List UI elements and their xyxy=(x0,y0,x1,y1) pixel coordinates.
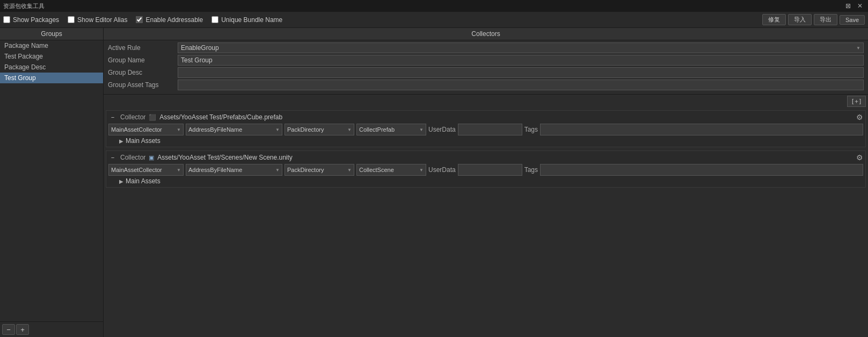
collector-2-main-assets-row: ▶ Main Assets xyxy=(108,177,863,185)
close-button[interactable]: ✕ xyxy=(855,2,865,10)
collector-2-userdata-label: UserData xyxy=(428,166,456,174)
collector-1-userdata-label: UserData xyxy=(428,126,456,133)
group-asset-tags-row: Group Asset Tags xyxy=(108,80,864,90)
collector-2-settings-button[interactable]: ⚙ xyxy=(856,153,863,162)
export-button[interactable]: 导出 xyxy=(814,14,837,25)
collector-2-header: − Collector ▣ Assets/YooAsset Test/Scene… xyxy=(108,153,863,162)
import-button[interactable]: 导入 xyxy=(788,14,812,25)
collectors-header: Collectors xyxy=(104,28,868,40)
collector-1-tags-input[interactable] xyxy=(540,124,863,135)
add-collector-row: [＋] xyxy=(104,95,868,108)
app-title: 资源包收集工具 xyxy=(3,2,45,10)
show-packages-label: Show Packages xyxy=(13,16,59,24)
collector-2-address-select[interactable]: AddressByFileName xyxy=(186,164,282,176)
active-rule-label: Active Rule xyxy=(108,44,178,52)
collector-block-2: − Collector ▣ Assets/YooAsset Test/Scene… xyxy=(106,150,866,188)
group-desc-input[interactable] xyxy=(178,67,864,78)
prefab-icon-1: ⬛ xyxy=(149,114,156,121)
expand-arrow-1: ▶ xyxy=(119,138,123,144)
collector-2-options-row: MainAssetCollector AddressByFileName Pac… xyxy=(108,164,863,176)
groups-footer: − + xyxy=(0,321,103,337)
collector-1-label: Collector xyxy=(120,113,145,121)
group-asset-tags-label: Group Asset Tags xyxy=(108,81,178,89)
group-name-input[interactable] xyxy=(178,55,864,66)
enable-addressable-row: Enable Addressable xyxy=(136,16,203,24)
fix-button[interactable]: 修复 xyxy=(762,14,786,25)
collector-2-label: Collector xyxy=(120,154,145,161)
show-editor-alias-label: Show Editor Alias xyxy=(77,16,127,24)
group-asset-tags-input[interactable] xyxy=(178,80,864,90)
resize-button[interactable]: ⊠ xyxy=(843,2,853,10)
tree-item-test-group[interactable]: Test Group xyxy=(0,73,103,83)
remove-group-button[interactable]: − xyxy=(2,324,15,335)
main-layout: Groups Package Name Test Package Package… xyxy=(0,28,868,337)
title-bar-controls: ⊠ ✕ xyxy=(843,2,865,10)
unique-bundle-name-label: Unique Bundle Name xyxy=(221,16,282,24)
show-packages-checkbox[interactable] xyxy=(3,16,10,23)
active-rule-dropdown[interactable]: EnableGroup xyxy=(178,42,864,53)
collector-1-type-select[interactable]: MainAssetCollector xyxy=(108,124,184,135)
collector-1-pack-select[interactable]: PackDirectory xyxy=(285,124,354,135)
collector-2-pack-value: PackDirectory xyxy=(287,167,324,173)
unique-bundle-name-checkbox[interactable] xyxy=(211,16,218,23)
collector-1-address-select[interactable]: AddressByFileName xyxy=(186,124,282,135)
group-name-label: Group Name xyxy=(108,56,178,64)
toolbar-right: 修复 导入 导出 Save xyxy=(762,14,865,25)
collector-2-collect-value: CollectScene xyxy=(359,167,394,173)
add-collector-button[interactable]: [＋] xyxy=(847,96,866,107)
groups-panel: Groups Package Name Test Package Package… xyxy=(0,28,104,337)
collector-2-address-value: AddressByFileName xyxy=(188,167,242,173)
collector-1-type-value: MainAssetCollector xyxy=(111,126,162,133)
tree-item-package-desc[interactable]: Package Desc xyxy=(0,62,103,73)
collector-1-header: − Collector ⬛ Assets/YooAsset Test/Prefa… xyxy=(108,113,863,121)
collector-1-collect-select[interactable]: CollectPrefab xyxy=(356,124,426,135)
show-packages-row: Show Packages xyxy=(3,16,59,24)
collector-2-tags-input[interactable] xyxy=(540,164,863,176)
show-editor-alias-row: Show Editor Alias xyxy=(68,16,127,24)
collector-1-settings-button[interactable]: ⚙ xyxy=(856,113,863,121)
collector-block-1: − Collector ⬛ Assets/YooAsset Test/Prefa… xyxy=(106,110,866,147)
show-editor-alias-checkbox[interactable] xyxy=(68,16,75,23)
collector-2-path: Assets/YooAsset Test/Scenes/New Scene.un… xyxy=(157,154,853,161)
tree-item-package-name[interactable]: Package Name xyxy=(0,40,103,51)
collector-1-address-value: AddressByFileName xyxy=(188,126,242,133)
collector-1-main-assets-row: ▶ Main Assets xyxy=(108,137,863,145)
collector-1-path: Assets/YooAsset Test/Prefabs/Cube.prefab xyxy=(159,113,853,121)
collector-2-userdata-input[interactable] xyxy=(458,164,522,176)
collector-2-collect-select[interactable]: CollectScene xyxy=(356,164,426,176)
collector-1-collect-value: CollectPrefab xyxy=(359,126,395,133)
tree-item-test-package[interactable]: Test Package xyxy=(0,51,103,62)
group-info: Active Rule EnableGroup Group Name Group… xyxy=(104,40,868,95)
active-rule-value: EnableGroup xyxy=(181,44,219,52)
collectors-panel: Collectors Active Rule EnableGroup Group… xyxy=(104,28,868,337)
collector-1-pack-value: PackDirectory xyxy=(287,126,324,133)
expand-arrow-2: ▶ xyxy=(119,178,123,184)
enable-addressable-label: Enable Addressable xyxy=(145,16,203,24)
enable-addressable-checkbox[interactable] xyxy=(136,16,143,23)
save-button[interactable]: Save xyxy=(840,15,865,25)
collector-2-type-value: MainAssetCollector xyxy=(111,167,162,173)
group-name-row: Group Name xyxy=(108,55,864,66)
collector-1-tags-label: Tags xyxy=(524,126,538,133)
collector-2-pack-select[interactable]: PackDirectory xyxy=(285,164,354,176)
add-group-button[interactable]: + xyxy=(16,324,29,335)
toolbar: Show Packages Show Editor Alias Enable A… xyxy=(0,12,868,28)
collector-2-tags-label: Tags xyxy=(524,166,538,174)
group-desc-row: Group Desc xyxy=(108,67,864,78)
collector-2-type-select[interactable]: MainAssetCollector xyxy=(108,164,184,176)
collapse-btn-1[interactable]: − xyxy=(108,114,117,120)
collapse-btn-2[interactable]: − xyxy=(108,154,117,161)
collector-1-options-row: MainAssetCollector AddressByFileName Pac… xyxy=(108,124,863,135)
active-rule-row: Active Rule EnableGroup xyxy=(108,42,864,53)
collector-2-main-assets-label: Main Assets xyxy=(126,177,161,185)
collectors-area: − Collector ⬛ Assets/YooAsset Test/Prefa… xyxy=(104,108,868,337)
collector-1-main-assets-label: Main Assets xyxy=(126,137,161,145)
group-desc-label: Group Desc xyxy=(108,69,178,76)
groups-header: Groups xyxy=(0,28,103,40)
collector-1-userdata-input[interactable] xyxy=(458,124,522,135)
toolbar-left: Show Packages Show Editor Alias Enable A… xyxy=(3,16,282,24)
title-bar: 资源包收集工具 ⊠ ✕ xyxy=(0,0,868,12)
scene-icon-2: ▣ xyxy=(149,154,154,161)
unique-bundle-name-row: Unique Bundle Name xyxy=(211,16,282,24)
